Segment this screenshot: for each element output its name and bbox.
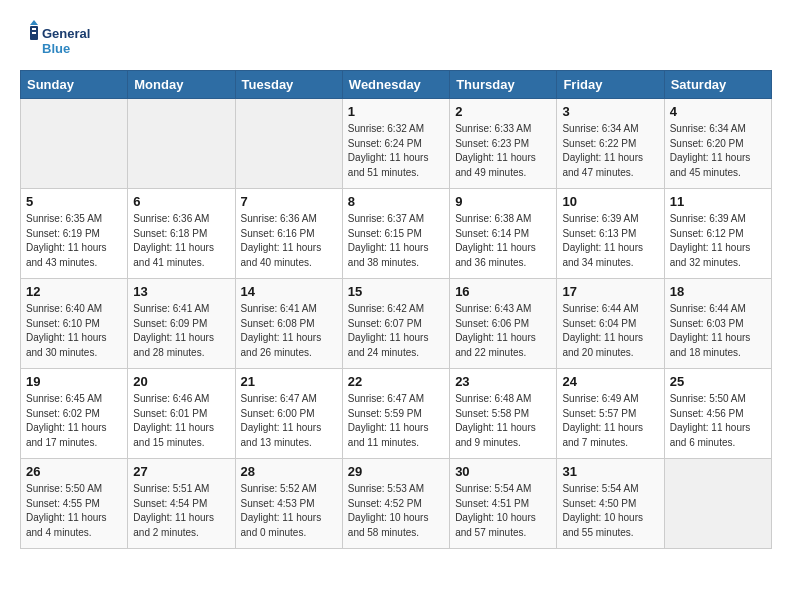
calendar-week-3: 12Sunrise: 6:40 AM Sunset: 6:10 PM Dayli… [21, 279, 772, 369]
calendar-cell: 15Sunrise: 6:42 AM Sunset: 6:07 PM Dayli… [342, 279, 449, 369]
calendar-cell: 25Sunrise: 5:50 AM Sunset: 4:56 PM Dayli… [664, 369, 771, 459]
calendar-cell: 19Sunrise: 6:45 AM Sunset: 6:02 PM Dayli… [21, 369, 128, 459]
logo: General Blue [20, 20, 100, 60]
day-info: Sunrise: 6:42 AM Sunset: 6:07 PM Dayligh… [348, 302, 444, 360]
weekday-header-friday: Friday [557, 71, 664, 99]
day-info: Sunrise: 6:40 AM Sunset: 6:10 PM Dayligh… [26, 302, 122, 360]
day-info: Sunrise: 6:36 AM Sunset: 6:16 PM Dayligh… [241, 212, 337, 270]
day-number: 22 [348, 374, 444, 389]
day-number: 16 [455, 284, 551, 299]
weekday-header-thursday: Thursday [450, 71, 557, 99]
day-info: Sunrise: 6:33 AM Sunset: 6:23 PM Dayligh… [455, 122, 551, 180]
day-info: Sunrise: 6:39 AM Sunset: 6:13 PM Dayligh… [562, 212, 658, 270]
calendar-cell: 12Sunrise: 6:40 AM Sunset: 6:10 PM Dayli… [21, 279, 128, 369]
calendar-cell: 26Sunrise: 5:50 AM Sunset: 4:55 PM Dayli… [21, 459, 128, 549]
calendar-cell: 13Sunrise: 6:41 AM Sunset: 6:09 PM Dayli… [128, 279, 235, 369]
day-number: 26 [26, 464, 122, 479]
calendar-cell: 23Sunrise: 6:48 AM Sunset: 5:58 PM Dayli… [450, 369, 557, 459]
calendar-table: SundayMondayTuesdayWednesdayThursdayFrid… [20, 70, 772, 549]
calendar-cell: 31Sunrise: 5:54 AM Sunset: 4:50 PM Dayli… [557, 459, 664, 549]
day-number: 20 [133, 374, 229, 389]
calendar-cell: 29Sunrise: 5:53 AM Sunset: 4:52 PM Dayli… [342, 459, 449, 549]
calendar-cell: 8Sunrise: 6:37 AM Sunset: 6:15 PM Daylig… [342, 189, 449, 279]
day-info: Sunrise: 5:54 AM Sunset: 4:51 PM Dayligh… [455, 482, 551, 540]
day-number: 5 [26, 194, 122, 209]
calendar-cell: 3Sunrise: 6:34 AM Sunset: 6:22 PM Daylig… [557, 99, 664, 189]
day-number: 8 [348, 194, 444, 209]
calendar-cell: 4Sunrise: 6:34 AM Sunset: 6:20 PM Daylig… [664, 99, 771, 189]
svg-marker-2 [30, 20, 38, 25]
calendar-cell: 11Sunrise: 6:39 AM Sunset: 6:12 PM Dayli… [664, 189, 771, 279]
day-number: 30 [455, 464, 551, 479]
weekday-header-sunday: Sunday [21, 71, 128, 99]
day-info: Sunrise: 6:35 AM Sunset: 6:19 PM Dayligh… [26, 212, 122, 270]
day-number: 21 [241, 374, 337, 389]
calendar-cell: 20Sunrise: 6:46 AM Sunset: 6:01 PM Dayli… [128, 369, 235, 459]
calendar-cell [235, 99, 342, 189]
day-info: Sunrise: 5:51 AM Sunset: 4:54 PM Dayligh… [133, 482, 229, 540]
day-info: Sunrise: 5:52 AM Sunset: 4:53 PM Dayligh… [241, 482, 337, 540]
calendar-cell: 18Sunrise: 6:44 AM Sunset: 6:03 PM Dayli… [664, 279, 771, 369]
day-number: 13 [133, 284, 229, 299]
calendar-week-1: 1Sunrise: 6:32 AM Sunset: 6:24 PM Daylig… [21, 99, 772, 189]
day-number: 25 [670, 374, 766, 389]
logo-svg: General Blue [20, 20, 100, 60]
day-info: Sunrise: 5:54 AM Sunset: 4:50 PM Dayligh… [562, 482, 658, 540]
svg-rect-4 [32, 28, 36, 30]
day-info: Sunrise: 6:48 AM Sunset: 5:58 PM Dayligh… [455, 392, 551, 450]
weekday-header-row: SundayMondayTuesdayWednesdayThursdayFrid… [21, 71, 772, 99]
day-info: Sunrise: 6:47 AM Sunset: 6:00 PM Dayligh… [241, 392, 337, 450]
calendar-week-4: 19Sunrise: 6:45 AM Sunset: 6:02 PM Dayli… [21, 369, 772, 459]
day-info: Sunrise: 6:49 AM Sunset: 5:57 PM Dayligh… [562, 392, 658, 450]
day-number: 29 [348, 464, 444, 479]
day-info: Sunrise: 5:50 AM Sunset: 4:56 PM Dayligh… [670, 392, 766, 450]
weekday-header-wednesday: Wednesday [342, 71, 449, 99]
calendar-cell: 22Sunrise: 6:47 AM Sunset: 5:59 PM Dayli… [342, 369, 449, 459]
day-number: 19 [26, 374, 122, 389]
calendar-cell [664, 459, 771, 549]
day-number: 14 [241, 284, 337, 299]
day-info: Sunrise: 5:50 AM Sunset: 4:55 PM Dayligh… [26, 482, 122, 540]
day-number: 9 [455, 194, 551, 209]
day-info: Sunrise: 6:44 AM Sunset: 6:04 PM Dayligh… [562, 302, 658, 360]
calendar-cell: 6Sunrise: 6:36 AM Sunset: 6:18 PM Daylig… [128, 189, 235, 279]
day-number: 10 [562, 194, 658, 209]
day-info: Sunrise: 6:44 AM Sunset: 6:03 PM Dayligh… [670, 302, 766, 360]
calendar-cell: 28Sunrise: 5:52 AM Sunset: 4:53 PM Dayli… [235, 459, 342, 549]
calendar-cell: 7Sunrise: 6:36 AM Sunset: 6:16 PM Daylig… [235, 189, 342, 279]
day-number: 6 [133, 194, 229, 209]
page-header: General Blue [20, 20, 772, 60]
day-number: 18 [670, 284, 766, 299]
calendar-cell: 16Sunrise: 6:43 AM Sunset: 6:06 PM Dayli… [450, 279, 557, 369]
day-number: 28 [241, 464, 337, 479]
calendar-cell: 21Sunrise: 6:47 AM Sunset: 6:00 PM Dayli… [235, 369, 342, 459]
weekday-header-saturday: Saturday [664, 71, 771, 99]
day-info: Sunrise: 6:41 AM Sunset: 6:08 PM Dayligh… [241, 302, 337, 360]
day-number: 15 [348, 284, 444, 299]
calendar-cell: 24Sunrise: 6:49 AM Sunset: 5:57 PM Dayli… [557, 369, 664, 459]
day-number: 7 [241, 194, 337, 209]
day-number: 3 [562, 104, 658, 119]
weekday-header-tuesday: Tuesday [235, 71, 342, 99]
day-info: Sunrise: 6:45 AM Sunset: 6:02 PM Dayligh… [26, 392, 122, 450]
day-number: 27 [133, 464, 229, 479]
calendar-cell: 2Sunrise: 6:33 AM Sunset: 6:23 PM Daylig… [450, 99, 557, 189]
calendar-cell: 14Sunrise: 6:41 AM Sunset: 6:08 PM Dayli… [235, 279, 342, 369]
day-number: 2 [455, 104, 551, 119]
day-info: Sunrise: 6:32 AM Sunset: 6:24 PM Dayligh… [348, 122, 444, 180]
calendar-cell: 10Sunrise: 6:39 AM Sunset: 6:13 PM Dayli… [557, 189, 664, 279]
calendar-cell: 27Sunrise: 5:51 AM Sunset: 4:54 PM Dayli… [128, 459, 235, 549]
day-number: 24 [562, 374, 658, 389]
day-info: Sunrise: 6:34 AM Sunset: 6:22 PM Dayligh… [562, 122, 658, 180]
day-number: 11 [670, 194, 766, 209]
calendar-cell: 1Sunrise: 6:32 AM Sunset: 6:24 PM Daylig… [342, 99, 449, 189]
calendar-cell: 5Sunrise: 6:35 AM Sunset: 6:19 PM Daylig… [21, 189, 128, 279]
day-info: Sunrise: 6:39 AM Sunset: 6:12 PM Dayligh… [670, 212, 766, 270]
svg-text:Blue: Blue [42, 41, 70, 56]
day-info: Sunrise: 6:36 AM Sunset: 6:18 PM Dayligh… [133, 212, 229, 270]
day-info: Sunrise: 6:37 AM Sunset: 6:15 PM Dayligh… [348, 212, 444, 270]
day-info: Sunrise: 6:43 AM Sunset: 6:06 PM Dayligh… [455, 302, 551, 360]
day-info: Sunrise: 6:41 AM Sunset: 6:09 PM Dayligh… [133, 302, 229, 360]
calendar-cell: 17Sunrise: 6:44 AM Sunset: 6:04 PM Dayli… [557, 279, 664, 369]
svg-rect-5 [32, 32, 36, 34]
